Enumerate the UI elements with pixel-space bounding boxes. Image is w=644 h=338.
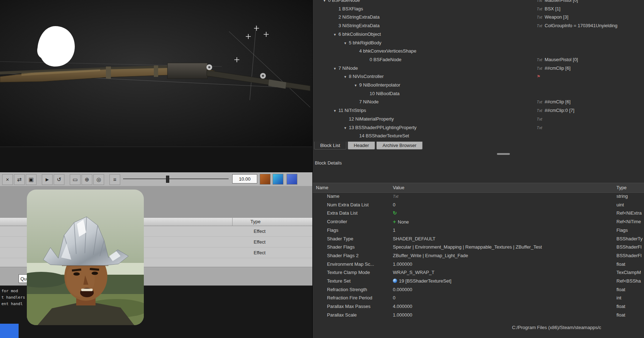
image-swatch-icon[interactable]	[273, 174, 283, 185]
detail-value[interactable]: WRAP_S_WRAP_T	[393, 268, 434, 277]
tree-row[interactable]: ▼0 BSFadeNodeTxtMauserPistol [0]	[313, 0, 644, 5]
avatar-image	[27, 190, 144, 325]
time-slider[interactable]	[123, 175, 229, 183]
detail-value[interactable]: Specular | Environment_Mapping | Remappa…	[393, 243, 542, 251]
time-value-input[interactable]	[232, 174, 257, 183]
detail-row[interactable]: Flags1Flags	[313, 226, 644, 235]
block-value[interactable]: TxtMauserPistol [0]	[537, 0, 578, 5]
tree-row[interactable]: 3 NiStringExtraDataTxtColGroupInfo = 170…	[313, 21, 644, 30]
block-value[interactable]: Txt##cmClip [6]	[537, 64, 571, 73]
detail-value[interactable]: 4.000000	[393, 302, 412, 311]
detail-name: Parallax Scale	[327, 311, 357, 319]
block-name: 9 NiBoolInterpolator	[359, 82, 400, 88]
tab-block-list[interactable]: Block List	[314, 142, 346, 150]
tree-row[interactable]: ▼5 bhkRigidBody	[313, 39, 644, 47]
detail-value[interactable]: 0	[393, 201, 395, 209]
type-column-header[interactable]: Type	[250, 219, 260, 224]
tree-row[interactable]: 4 bhkConvexVerticesShape	[313, 47, 644, 55]
detail-value[interactable]: 1	[393, 226, 395, 235]
region-tool-icon[interactable]: ▭	[70, 174, 80, 185]
tree-row[interactable]: 1 BSXFlagsTxtBSX [1]	[313, 5, 644, 13]
pattern-swatch-icon[interactable]	[287, 174, 297, 185]
block-name: 6 bhkCollisionObject	[338, 31, 381, 37]
detail-type: Ref<NiExtra	[616, 209, 641, 217]
block-value[interactable]: TxtColGroupInfo = 1703941Unyielding	[537, 21, 618, 30]
block-value[interactable]: Txt	[537, 115, 545, 123]
detail-value[interactable]: ↻	[393, 209, 399, 217]
value-text: MauserPistol [0]	[545, 0, 578, 3]
select-tool-icon[interactable]: ►	[42, 174, 53, 185]
detail-value[interactable]: 1.000000	[393, 311, 412, 319]
tree-row[interactable]: 10 NiBoolData	[313, 89, 644, 98]
tree-row[interactable]: 7 NiNodeTxt##cmClip [6]	[313, 98, 644, 106]
slider-handle[interactable]	[166, 176, 169, 183]
detail-value[interactable]: 0.000000	[393, 285, 412, 294]
detail-row[interactable]: Refraction Fire Period0int	[313, 294, 644, 302]
txt-badge: Txt	[537, 126, 542, 130]
expand-arrow-icon[interactable]: ▼	[331, 107, 338, 115]
detail-value[interactable]: 1.000000	[393, 260, 412, 269]
tree-row[interactable]: 14 BSShaderTextureSet	[313, 132, 644, 140]
tree-row[interactable]: ▼7 NiNodeTxt##cmClip [6]	[313, 64, 644, 73]
3d-viewport[interactable]	[0, 0, 312, 147]
expand-arrow-icon[interactable]: ▼	[352, 81, 359, 90]
expand-arrow-icon[interactable]: ▼	[342, 73, 349, 81]
name-column-header[interactable]: Name	[316, 183, 328, 192]
block-value[interactable]: TxtWeapon [3]	[537, 13, 569, 21]
detail-value[interactable]: 19 [BSShaderTextureSet]	[393, 277, 452, 285]
tree-row[interactable]: 2 NiStringExtraDataTxtWeapon [3]	[313, 13, 644, 21]
expand-arrow-icon[interactable]: ▼	[331, 64, 338, 73]
detail-value[interactable]: Txt	[393, 192, 401, 201]
detail-row[interactable]: Refraction Strength0.000000float	[313, 285, 644, 294]
tree-row[interactable]: ▼13 BSShaderPPLightingPropertyTxt	[313, 123, 644, 132]
tab-header[interactable]: Header	[348, 142, 375, 150]
tree-row[interactable]: 0 BSFadeNodeTxtMauserPistol [0]	[313, 55, 644, 64]
detail-value[interactable]: +None	[393, 217, 409, 226]
detail-row[interactable]: Shader FlagsSpecular | Environment_Mappi…	[313, 243, 644, 251]
detail-value[interactable]: 0	[393, 294, 395, 302]
detail-row[interactable]: Shader TypeSHADER_DEFAULTBSShaderTy	[313, 235, 644, 243]
detail-name: Flags	[327, 226, 338, 235]
focus-tool-icon[interactable]: ◎	[93, 174, 104, 185]
tab-archive-browser[interactable]: Archive Browser	[376, 142, 423, 150]
detail-row[interactable]: Shader Flags 2ZBuffer_Write | Envmap_Lig…	[313, 251, 644, 260]
clone-tool-icon[interactable]: ▣	[26, 174, 36, 185]
expand-arrow-icon[interactable]: ▼	[342, 124, 349, 132]
value-text: ##cmClip:0 [7]	[545, 108, 574, 113]
detail-row[interactable]: Parallax Max Passes4.000000float	[313, 302, 644, 311]
mirror-tool-icon[interactable]: ⇄	[14, 174, 25, 185]
tree-row[interactable]: ▼11 NiTriStripsTxt##cmClip:0 [7]	[313, 106, 644, 115]
list-tool-icon[interactable]: ≡	[109, 174, 120, 185]
detail-row[interactable]: Texture Clamp ModeWRAP_S_WRAP_TTexClampM	[313, 268, 644, 277]
splitter-handle[interactable]	[497, 153, 510, 155]
tree-row[interactable]: ▼9 NiBoolInterpolator	[313, 81, 644, 89]
block-value[interactable]: Txt##cmClip [6]	[537, 98, 571, 106]
add-node-tool-icon[interactable]: ⊕	[82, 174, 92, 185]
block-value[interactable]: ⚑	[537, 72, 543, 81]
block-value[interactable]: Txt	[537, 123, 545, 132]
block-name: 13 BSShaderPPLightingProperty	[349, 125, 416, 130]
block-value[interactable]: Txt##cmClip:0 [7]	[537, 106, 574, 115]
detail-value[interactable]: SHADER_DEFAULT	[393, 235, 435, 243]
texture-swatch-icon[interactable]	[260, 174, 270, 185]
block-value[interactable]: TxtMauserPistol [0]	[537, 55, 578, 64]
detail-row[interactable]: NameTxtstring	[313, 192, 644, 201]
delete-tool-icon[interactable]: ×	[2, 174, 13, 185]
detail-row[interactable]: Controller+NoneRef<NiTime	[313, 217, 644, 226]
block-value[interactable]: TxtBSX [1]	[537, 5, 560, 13]
detail-row[interactable]: Environment Map Sc...1.000000float	[313, 260, 644, 269]
tree-row[interactable]: 12 NiMaterialPropertyTxt	[313, 115, 644, 123]
tree-row[interactable]: ▼6 bhkCollisionObject	[313, 30, 644, 39]
detail-value[interactable]: ZBuffer_Write | Envmap_Light_Fade	[393, 251, 468, 260]
detail-row[interactable]: Parallax Scale1.000000float	[313, 311, 644, 319]
detail-row[interactable]: Num Extra Data List0uint	[313, 201, 644, 209]
detail-row[interactable]: Extra Data List↻Ref<NiExtra	[313, 209, 644, 217]
type-column-header[interactable]: Type	[616, 183, 626, 192]
expand-arrow-icon[interactable]: ▼	[342, 39, 349, 48]
expand-arrow-icon[interactable]: ▼	[331, 30, 338, 39]
rotate-tool-icon[interactable]: ↺	[54, 174, 64, 185]
detail-row[interactable]: Texture Set19 [BSShaderTextureSet]Ref<BS…	[313, 277, 644, 285]
tree-row[interactable]: ▼8 NiVisController⚑	[313, 72, 644, 81]
value-column-header[interactable]: Value	[393, 183, 404, 192]
txt-badge: Txt	[537, 24, 542, 28]
